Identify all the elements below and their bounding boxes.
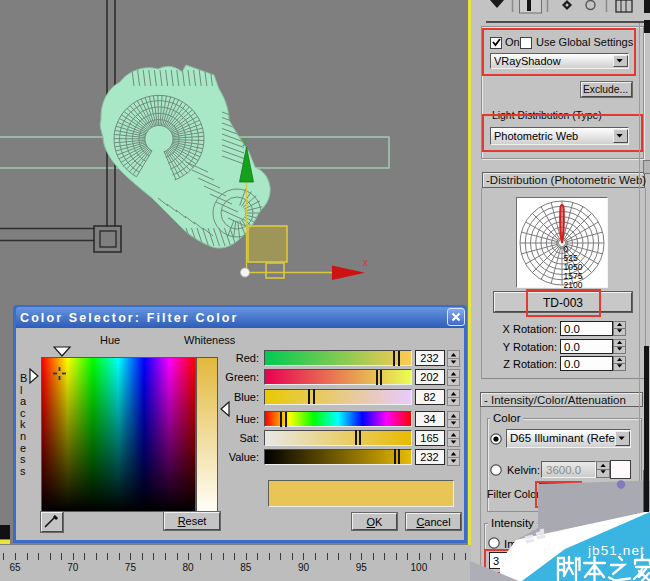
svg-text:x: x xyxy=(363,257,368,268)
svg-text:jb51.net: jb51.net xyxy=(587,543,645,558)
svg-text:y: y xyxy=(242,135,247,146)
svg-text:2100: 2100 xyxy=(564,280,583,288)
